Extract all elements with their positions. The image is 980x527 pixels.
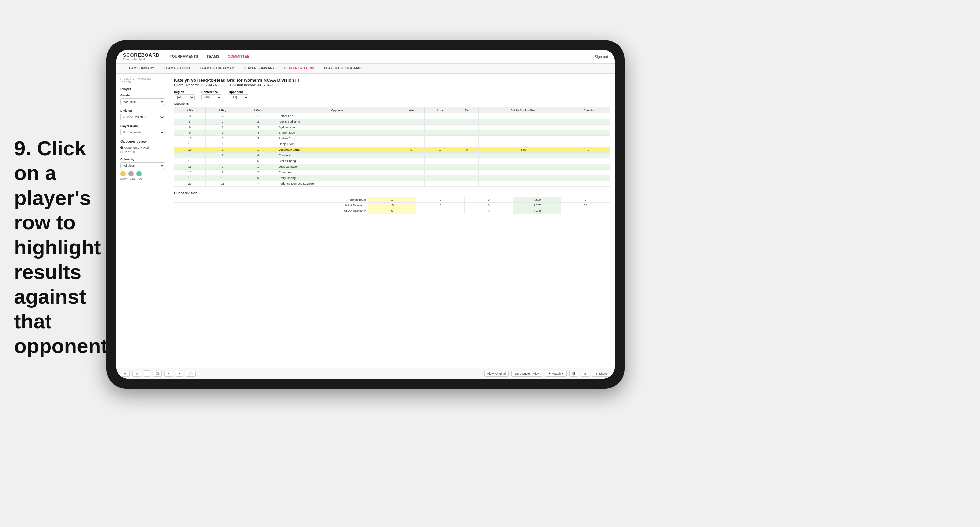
table-row[interactable]: 19106Emily Chang xyxy=(174,175,610,181)
table-row[interactable]: 321Esther Lee xyxy=(174,113,610,119)
undo-button[interactable]: ↺ xyxy=(121,371,130,376)
radio-opponents-played xyxy=(120,146,123,149)
opponent-name-cell: Alexis Sudjianto xyxy=(277,119,398,125)
th-div: # Div xyxy=(174,107,206,113)
radio-top100 xyxy=(120,151,123,153)
table-row[interactable]: 914Sharon Mun xyxy=(174,130,610,136)
colour-by-select[interactable]: Win/loss xyxy=(120,162,165,169)
table-row[interactable]: 1311Haejo Hyun xyxy=(174,141,610,147)
player-rank-section: Player (Rank) 8. Katelyn Vo xyxy=(120,124,165,135)
region-select[interactable]: (All) xyxy=(174,94,195,100)
copy-button[interactable]: ❏ xyxy=(153,371,162,376)
table-row[interactable]: 522Alexis Sudjianto xyxy=(174,119,610,125)
redo-button[interactable]: ↻ xyxy=(132,371,141,376)
opponent-name-cell: Esther Lee xyxy=(277,113,398,119)
colour-level-circle xyxy=(128,171,134,176)
sign-out-button[interactable]: | Sign out xyxy=(593,55,608,59)
nav-links: TOURNAMENTS TEAMS COMMITTEE xyxy=(170,53,250,60)
tab-player-summary[interactable]: PLAYER SUMMARY xyxy=(240,64,279,73)
out-table-row[interactable]: NCAA Division 25007.40010 xyxy=(174,208,610,214)
opponent-name-cell: Jessica Huang xyxy=(277,147,398,153)
annotation-text: 9. Click on a player's row to highlight … xyxy=(14,136,107,359)
table-row[interactable]: 1585Stella Chang xyxy=(174,159,610,164)
th-loss: Loss xyxy=(425,107,455,113)
content-title: Katelyn Vo Head-to-Head Grid for Women's… xyxy=(174,78,610,83)
th-win: Win xyxy=(398,107,425,113)
out-table-row[interactable]: Foreign Team1004.5002 xyxy=(174,197,610,203)
watch-chevron: ▾ xyxy=(562,372,564,375)
player-rank-select[interactable]: 8. Katelyn Vo xyxy=(120,129,165,135)
opponent-filter-group: Opponent (All) xyxy=(229,90,249,100)
table-row[interactable]: 1474Eunice Yi xyxy=(174,153,610,159)
content-area: Katelyn Vo Head-to-Head Grid for Women's… xyxy=(169,74,614,368)
table-row[interactable]: 1311Jessica Huang010-3.002 xyxy=(174,147,610,153)
region-label: Region xyxy=(174,90,195,94)
opponent-name-cell: Sydney Kuo xyxy=(277,125,398,130)
table-row[interactable]: 613Sydney Kuo xyxy=(174,125,610,130)
table-row[interactable]: 1691Jessica Mason xyxy=(174,164,610,170)
opponent-name-cell: Andrea York xyxy=(277,136,398,141)
cut-button[interactable]: ✂ xyxy=(164,371,173,376)
table-row[interactable]: 20117Federica Domecq Lacroze xyxy=(174,181,610,187)
colour-labels: Down Level Up xyxy=(120,177,165,180)
tab-player-h2h-heatmap[interactable]: PLAYER H2H HEATMAP xyxy=(320,64,366,73)
nav-link-teams[interactable]: TEAMS xyxy=(206,53,219,60)
share-button[interactable]: ⇧ Share xyxy=(592,371,610,376)
sidebar: Last Updated: 27/03/2024 16:55:38 Player… xyxy=(116,74,169,368)
resize-button[interactable]: ⇲ xyxy=(581,371,589,376)
out-name-cell: NCAA Division 2 xyxy=(174,208,368,214)
view-original-button[interactable]: View: Original xyxy=(484,371,509,376)
more-button[interactable]: + xyxy=(176,371,183,376)
forward-button[interactable]: 〉 xyxy=(143,370,151,376)
clock-button[interactable]: 🕐 xyxy=(186,371,196,376)
th-opponent: Opponent xyxy=(277,107,398,113)
player-rank-label: Player (Rank) xyxy=(120,124,165,127)
tab-player-h2h-grid[interactable]: PLAYER H2H GRID xyxy=(280,64,318,73)
gender-select[interactable]: Women's xyxy=(120,98,165,105)
table-row[interactable]: 1063Andrea York xyxy=(174,136,610,141)
table-row[interactable]: 1822Euna Lee xyxy=(174,170,610,175)
opponent-view-title: Opponent view xyxy=(120,140,165,143)
nav-link-committee[interactable]: COMMITTEE xyxy=(228,53,250,60)
division-section: Division NCAA Division III xyxy=(120,109,165,120)
opponent-view-option2[interactable]: Top 100 xyxy=(120,151,165,154)
main-content: Last Updated: 27/03/2024 16:55:38 Player… xyxy=(116,74,614,368)
tab-team-summary[interactable]: TEAM SUMMARY xyxy=(123,64,158,73)
opponent-name-cell: Euna Lee xyxy=(277,170,398,175)
tab-team-h2h-grid[interactable]: TEAM H2H GRID xyxy=(160,64,194,73)
th-conf: # Conf xyxy=(240,107,277,113)
opponent-select[interactable]: (All) xyxy=(229,94,249,100)
opponent-name-cell: Haejo Hyun xyxy=(277,141,398,147)
bottom-toolbar: ↺ ↻ 〉 ❏ ✂ + 🕐 View: Original Save Custom… xyxy=(116,368,614,379)
opponent-view-option1[interactable]: Opponents Played xyxy=(120,146,165,149)
out-name-cell: Foreign Team xyxy=(174,197,368,203)
opponent-name-cell: Eunice Yi xyxy=(277,153,398,159)
out-table-row[interactable]: NAIA Division 115009.26730 xyxy=(174,203,610,208)
colour-down-label: Down xyxy=(120,177,127,180)
sidebar-player-title: Player xyxy=(120,87,165,91)
nav-link-tournaments[interactable]: TOURNAMENTS xyxy=(170,53,198,60)
colour-up-circle xyxy=(136,171,142,176)
sidebar-player-section: Player Gender Women's Division NCAA Divi… xyxy=(120,87,165,135)
out-of-division-title: Out of division xyxy=(174,191,610,195)
tab-team-h2h-heatmap[interactable]: TEAM H2H HEATMAP xyxy=(196,64,238,73)
tablet-screen: SCOREBOARD Powered by clippd TOURNAMENTS… xyxy=(116,50,614,379)
sidebar-timestamp: Last Updated: 27/03/2024 16:55:38 xyxy=(120,78,165,84)
logo-sub: Powered by clippd xyxy=(123,58,160,61)
logo-area: SCOREBOARD Powered by clippd xyxy=(123,52,160,61)
logo-text: SCOREBOARD xyxy=(123,52,160,58)
h2h-table: # Div # Reg # Conf Opponent Win Loss Tie… xyxy=(174,107,610,187)
th-reg: # Reg xyxy=(206,107,240,113)
opponent-name-cell: Emily Chang xyxy=(277,175,398,181)
save-custom-view-button[interactable]: Save Custom View xyxy=(511,371,542,376)
out-name-cell: NAIA Division 1 xyxy=(174,203,368,208)
grid-button[interactable]: ☷ xyxy=(570,371,578,376)
record-row: Overall Record: 353 - 34 - 6 Division Re… xyxy=(174,83,610,87)
save-custom-view-label: Save Custom View xyxy=(514,372,539,375)
watch-button[interactable]: 👁 Watch ▾ xyxy=(545,371,567,376)
opponent-name-cell: Federica Domecq Lacroze xyxy=(277,181,398,187)
colour-circles xyxy=(120,171,165,176)
out-table: Foreign Team1004.5002NAIA Division 11500… xyxy=(174,197,610,214)
conference-select[interactable]: (All) xyxy=(201,94,222,100)
division-select[interactable]: NCAA Division III xyxy=(120,114,165,120)
